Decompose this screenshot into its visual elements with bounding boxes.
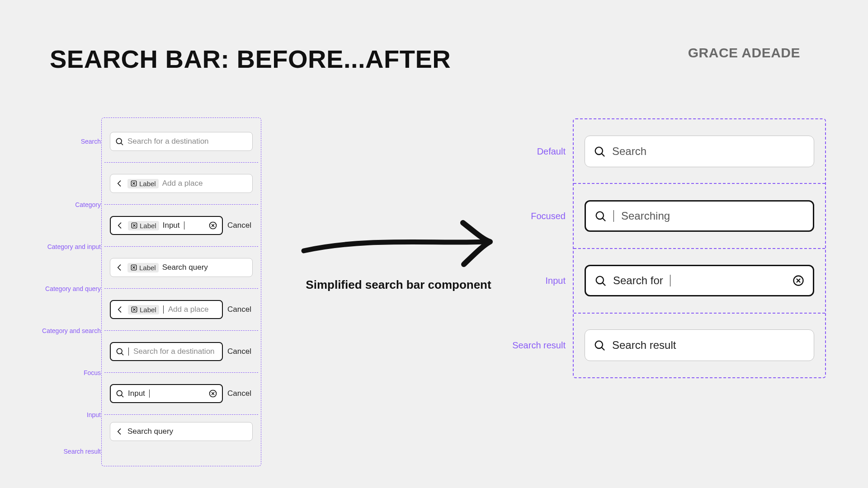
chip-label: Label [140,222,156,230]
placeholder-text: Search for a destination [133,347,215,356]
search-icon [594,274,607,287]
variant-label: Category [75,201,101,208]
text-caret [149,389,150,398]
search-input[interactable]: Search for a destination [110,132,253,151]
variant-label: Default [537,146,566,156]
cancel-button[interactable]: Cancel [227,347,251,356]
variant-focused: Focused Searching [574,184,825,249]
category-chip[interactable]: Label [127,263,159,272]
variant-label: Search result [512,340,566,351]
close-square-icon[interactable] [130,264,137,271]
variant-category-and-search: Category and search Label Add a place Ca… [104,289,258,331]
search-icon [594,210,607,222]
input-value: Search for [613,274,663,287]
variant-label: Input [87,411,101,418]
close-square-icon[interactable] [131,222,138,229]
variant-focus: Focus Search for a destination Cancel [104,331,258,373]
back-icon[interactable] [115,179,124,188]
page-title: SEARCH BAR: BEFORE...AFTER [50,44,451,74]
text-caret [184,221,184,230]
search-input[interactable]: Label Add a place [110,300,223,319]
search-icon [593,145,606,158]
text-caret [128,347,129,356]
search-icon [115,347,124,356]
text-caret [613,210,614,222]
back-icon[interactable] [115,305,124,314]
input-value: Search query [127,427,173,436]
cancel-button[interactable]: Cancel [227,389,251,398]
variant-search: Search Search for a destination [104,121,258,163]
category-chip[interactable]: Label [127,179,159,188]
close-square-icon[interactable] [131,306,138,313]
input-value: Input [163,221,180,230]
text-caret [670,275,670,286]
variant-label: Search result [64,448,101,455]
back-icon[interactable] [115,263,124,272]
back-icon[interactable] [115,427,124,436]
search-input[interactable]: Label Search query [110,258,253,277]
placeholder-text: Searching [621,210,670,222]
category-chip[interactable]: Label [128,221,159,230]
search-input[interactable]: Input [110,384,223,403]
chip-label: Label [139,180,156,188]
placeholder-text: Search for a destination [127,137,209,146]
clear-icon[interactable] [208,221,217,230]
text-caret [163,305,164,314]
variant-default: Default Search [574,119,825,184]
search-input[interactable]: Search for a destination [110,342,223,361]
search-input[interactable]: Search [585,136,814,167]
transition-arrow: Simplified search bar component [300,219,497,300]
variant-category-and-input: Category and input Label Input Cancel [104,205,258,247]
search-icon [593,339,606,352]
after-panel: Default Search Focused Searching Input S… [573,118,826,378]
variant-label: Category and query [45,285,101,292]
chip-label: Label [139,264,156,272]
variant-input: Input Input Cancel [104,373,258,415]
variant-label: Focused [531,211,566,221]
placeholder-text: Search [612,145,646,158]
placeholder-text: Add a place [162,179,203,188]
clear-icon[interactable] [792,274,805,287]
variant-category: Category Label Add a place [104,163,258,205]
variant-category-and-query: Category and query Label Search query [104,247,258,289]
variant-search-result: Search result Search result [574,314,825,377]
author-name: GRACE ADEADE [688,45,800,61]
back-icon[interactable] [115,221,124,230]
search-input[interactable]: Searching [585,200,814,232]
input-value: Input [128,389,145,398]
cancel-button[interactable]: Cancel [227,221,251,230]
variant-search-result: Search result Search query [104,415,258,466]
close-square-icon[interactable] [130,180,137,187]
search-icon [115,389,124,398]
variant-label: Search [81,138,101,145]
variant-label: Category and search [42,327,101,334]
variant-label: Category and input [47,243,101,250]
search-input[interactable]: Label Input [110,216,223,235]
input-value: Search result [612,339,676,352]
cancel-button[interactable]: Cancel [227,305,251,314]
search-input[interactable]: Label Add a place [110,174,253,193]
search-icon [115,137,124,146]
search-input[interactable]: Search result [585,329,814,361]
clear-icon[interactable] [208,389,217,398]
placeholder-text: Add a place [168,305,209,314]
chip-label: Label [140,306,156,314]
search-input[interactable]: Search query [110,422,253,441]
input-value: Search query [162,263,208,272]
before-panel: Search Search for a destination Category… [101,117,261,466]
variant-input: Input Search for [574,249,825,314]
category-chip[interactable]: Label [128,305,159,314]
variant-label: Input [546,276,566,286]
search-input[interactable]: Search for [585,265,814,296]
variant-label: Focus [84,369,101,376]
caption-text: Simplified search bar component [306,278,491,292]
